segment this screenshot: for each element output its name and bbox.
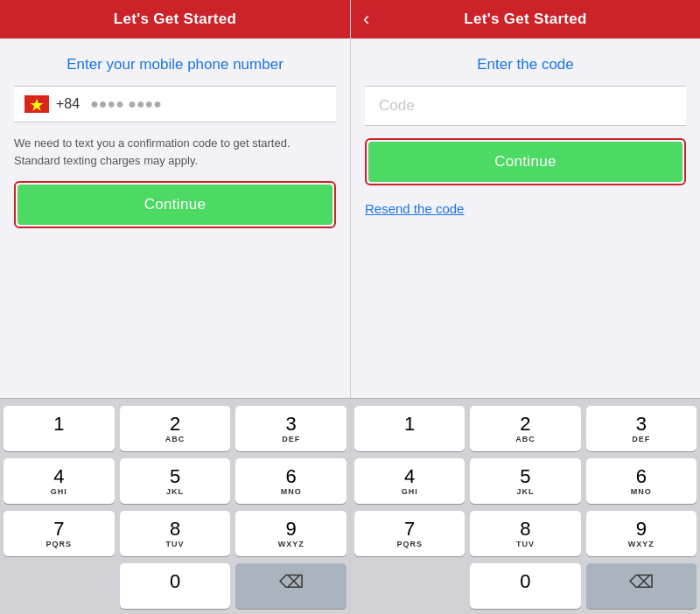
right-key-row-4: 0 ⌫ <box>354 563 696 609</box>
right-header-title: Let's Get Started <box>464 10 586 28</box>
left-continue-wrapper: Continue <box>14 181 336 228</box>
right-continue-wrapper: Continue <box>365 138 686 185</box>
right-panel: ‹ Let's Get Started Enter the code Code … <box>350 0 700 614</box>
left-key-5[interactable]: 5 JKL <box>120 458 231 504</box>
right-key-5[interactable]: 5 JKL <box>470 458 580 504</box>
left-content: Enter your mobile phone number +84 ●●●● … <box>0 38 350 237</box>
vietnam-flag-icon <box>24 95 49 113</box>
left-key-row-2: 4 GHI 5 JKL 6 MNO <box>4 458 346 504</box>
left-key-row-1: 1 2 ABC 3 DEF <box>4 406 346 451</box>
right-key-row-2: 4 GHI 5 JKL 6 MNO <box>354 458 696 504</box>
left-header: Let's Get Started <box>0 0 350 38</box>
right-content: Enter the code Code Continue Resend the … <box>351 38 700 232</box>
right-key-9[interactable]: 9 WXYZ <box>586 511 696 556</box>
right-key-row-1: 1 2 ABC 3 DEF <box>354 406 696 451</box>
right-key-4[interactable]: 4 GHI <box>354 458 465 504</box>
right-key-2[interactable]: 2 ABC <box>470 406 580 451</box>
right-key-6[interactable]: 6 MNO <box>586 458 696 504</box>
left-header-title: Let's Get Started <box>114 10 236 28</box>
left-key-7[interactable]: 7 PQRS <box>4 511 115 556</box>
left-key-9[interactable]: 9 WXYZ <box>235 511 346 556</box>
left-key-2[interactable]: 2 ABC <box>120 406 231 451</box>
right-spacer <box>351 232 700 399</box>
resend-code-link[interactable]: Resend the code <box>365 201 686 216</box>
left-keyboard: 1 2 ABC 3 DEF 4 GHI 5 JKL 6 <box>0 398 350 614</box>
left-key-3[interactable]: 3 DEF <box>235 406 346 451</box>
right-key-1[interactable]: 1 <box>354 406 465 451</box>
left-key-8[interactable]: 8 TUV <box>120 511 231 556</box>
left-spacer <box>0 237 350 398</box>
country-code: +84 <box>56 96 80 112</box>
phone-input-row[interactable]: +84 ●●●● ●●●● <box>14 86 336 122</box>
right-key-8[interactable]: 8 TUV <box>470 511 580 556</box>
right-key-row-3: 7 PQRS 8 TUV 9 WXYZ <box>354 511 696 556</box>
code-input-wrapper[interactable]: Code <box>365 86 686 126</box>
right-continue-button[interactable]: Continue <box>368 142 682 182</box>
code-placeholder: Code <box>379 97 415 114</box>
left-key-row-3: 7 PQRS 8 TUV 9 WXYZ <box>4 511 346 556</box>
left-key-delete[interactable]: ⌫ <box>235 563 346 609</box>
left-screen-title: Enter your mobile phone number <box>14 56 336 73</box>
info-text: We need to text you a confirmation code … <box>14 135 336 169</box>
left-key-0[interactable]: 0 <box>120 563 231 609</box>
right-key-delete[interactable]: ⌫ <box>586 563 696 609</box>
left-key-empty <box>4 563 115 609</box>
right-key-0[interactable]: 0 <box>470 563 580 609</box>
right-screen-title: Enter the code <box>365 56 686 73</box>
phone-number: ●●●● ●●●● <box>90 96 162 112</box>
left-continue-button[interactable]: Continue <box>18 185 332 225</box>
right-key-3[interactable]: 3 DEF <box>586 406 696 451</box>
left-key-4[interactable]: 4 GHI <box>4 458 115 504</box>
right-header: ‹ Let's Get Started <box>351 0 700 38</box>
left-key-row-4: 0 ⌫ <box>4 563 346 609</box>
left-panel: Let's Get Started Enter your mobile phon… <box>0 0 350 614</box>
back-button[interactable]: ‹ <box>363 10 369 29</box>
left-key-6[interactable]: 6 MNO <box>235 458 346 504</box>
right-keyboard: 1 2 ABC 3 DEF 4 GHI 5 JKL 6 <box>351 398 700 614</box>
right-key-7[interactable]: 7 PQRS <box>354 511 465 556</box>
left-key-1[interactable]: 1 <box>4 406 115 451</box>
right-key-empty <box>354 563 465 609</box>
